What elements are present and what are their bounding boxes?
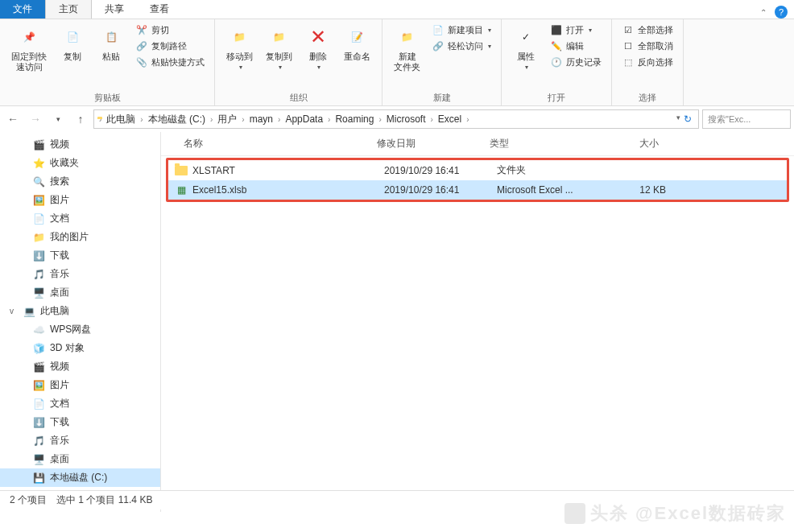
file-date: 2019/10/29 16:41 bbox=[384, 165, 497, 176]
back-button[interactable]: ← bbox=[3, 109, 23, 129]
file-type: Microsoft Excel ... bbox=[497, 184, 602, 196]
chevron-right-icon[interactable]: › bbox=[276, 115, 282, 124]
chevron-right-icon[interactable]: › bbox=[240, 115, 246, 124]
column-name[interactable]: 名称 bbox=[167, 137, 377, 151]
folder-icon: 📁 bbox=[32, 231, 45, 244]
sidebar-item[interactable]: 🎬视频 bbox=[0, 357, 160, 376]
copy-path-button[interactable]: 🔗复制路径 bbox=[132, 39, 208, 53]
file-list-header: 名称 修改日期 类型 大小 bbox=[161, 132, 794, 156]
sidebar-item[interactable]: 🖥️桌面 bbox=[0, 450, 160, 468]
column-date[interactable]: 修改日期 bbox=[377, 137, 490, 151]
paste-shortcut-button[interactable]: 📎粘贴快捷方式 bbox=[132, 55, 208, 69]
column-size[interactable]: 大小 bbox=[594, 137, 659, 151]
tab-share[interactable]: 共享 bbox=[92, 0, 137, 19]
sidebar-item-label: 音乐 bbox=[50, 267, 69, 281]
sidebar-item[interactable]: 📁我的图片 bbox=[0, 228, 160, 246]
select-all-button[interactable]: ☑全部选择 bbox=[618, 23, 676, 37]
sidebar-item[interactable]: 🖼️图片 bbox=[0, 191, 160, 209]
easy-access-button[interactable]: 🔗轻松访问▾ bbox=[428, 39, 494, 53]
help-icon[interactable]: ? bbox=[775, 6, 788, 19]
sidebar-item[interactable]: 🖼️图片 bbox=[0, 376, 160, 394]
dropdown-icon: ▾ bbox=[239, 64, 242, 71]
new-item-button[interactable]: 📄新建项目▾ bbox=[428, 23, 494, 37]
sidebar-item[interactable]: ⭐收藏夹 bbox=[0, 154, 160, 172]
file-row[interactable]: ▦ Excel15.xlsb 2019/10/29 16:41 Microsof… bbox=[168, 180, 787, 200]
image-icon: 🖼️ bbox=[32, 194, 45, 207]
ribbon: 📌 固定到快 速访问 📄 复制 📋 粘贴 ✂️剪切 🔗复制路径 📎粘贴快捷方式 … bbox=[0, 19, 794, 106]
ribbon-collapse-icon[interactable]: ⌃ bbox=[760, 8, 767, 17]
rename-button[interactable]: 📝重命名 bbox=[339, 23, 375, 64]
sidebar-item[interactable]: 🧊3D 对象 bbox=[0, 339, 160, 357]
selectnone-label: 全部取消 bbox=[638, 40, 673, 52]
open-button[interactable]: ⬛打开▾ bbox=[547, 23, 605, 37]
sidebar-item[interactable]: 🔍搜索 bbox=[0, 172, 160, 191]
tab-file[interactable]: 文件 bbox=[0, 0, 45, 19]
sidebar-item[interactable]: 🖥️桌面 bbox=[0, 283, 160, 302]
copyto-icon: 📁 bbox=[267, 24, 292, 50]
delete-button[interactable]: ✕删除▾ bbox=[300, 23, 336, 72]
copy-button[interactable]: 📄 复制 bbox=[55, 23, 90, 64]
breadcrumb-item[interactable]: 本地磁盘 (C:) bbox=[145, 113, 209, 126]
column-type[interactable]: 类型 bbox=[490, 137, 594, 151]
chevron-right-icon[interactable]: › bbox=[377, 115, 383, 124]
move-to-button[interactable]: 📁移动到▾ bbox=[221, 23, 258, 72]
3d-icon: 🧊 bbox=[32, 342, 45, 355]
breadcrumb-item[interactable]: Excel bbox=[435, 113, 465, 125]
pin-button[interactable]: 📌 固定到快 速访问 bbox=[6, 23, 52, 74]
sidebar-item[interactable]: 📄文档 bbox=[0, 394, 160, 413]
chevron-right-icon[interactable]: › bbox=[209, 115, 214, 124]
open-group-label: 打开 bbox=[548, 90, 565, 104]
chevron-right-icon[interactable]: › bbox=[139, 115, 144, 124]
copy-to-button[interactable]: 📁复制到▾ bbox=[261, 23, 297, 72]
sidebar-item-label: 本地磁盘 (C:) bbox=[50, 471, 107, 485]
breadcrumb-item[interactable]: Microsoft bbox=[383, 113, 429, 125]
select-none-button[interactable]: ☐全部取消 bbox=[618, 39, 676, 53]
sidebar-item[interactable]: 🎬视频 bbox=[0, 135, 160, 154]
music-icon: 🎵 bbox=[32, 435, 45, 447]
sidebar-item[interactable]: 💾本地磁盘 (C:) bbox=[0, 468, 160, 487]
recent-dropdown[interactable]: ▾ bbox=[48, 109, 68, 129]
cut-label: 剪切 bbox=[151, 24, 169, 36]
edit-button[interactable]: ✏️编辑 bbox=[547, 39, 605, 53]
sidebar-item-label: 音乐 bbox=[50, 434, 69, 447]
tab-view[interactable]: 查看 bbox=[137, 0, 182, 19]
sidebar-item[interactable]: ⬇️下载 bbox=[0, 413, 160, 431]
sidebar-item[interactable]: 🎵音乐 bbox=[0, 431, 160, 450]
sidebar-item-label: 我的图片 bbox=[50, 230, 89, 244]
up-button[interactable]: ↑ bbox=[71, 109, 90, 129]
sidebar: 🎬视频⭐收藏夹🔍搜索🖼️图片📄文档📁我的图片⬇️下载🎵音乐🖥️桌面v💻此电脑☁️… bbox=[0, 132, 161, 512]
refresh-icon[interactable]: ↻ bbox=[684, 113, 692, 125]
sidebar-item[interactable]: 📄文档 bbox=[0, 209, 160, 228]
invert-label: 反向选择 bbox=[638, 56, 673, 68]
pin-icon: 📌 bbox=[16, 24, 42, 50]
chevron-right-icon[interactable]: › bbox=[326, 115, 332, 124]
chevron-right-icon[interactable]: › bbox=[465, 115, 470, 124]
tab-home[interactable]: 主页 bbox=[45, 0, 92, 19]
paste-button[interactable]: 📋 粘贴 bbox=[93, 23, 129, 64]
breadcrumb-dropdown-icon[interactable]: ▾ bbox=[676, 113, 680, 125]
dropdown-icon: ▾ bbox=[525, 64, 528, 71]
new-folder-button[interactable]: 📁新建 文件夹 bbox=[389, 23, 425, 74]
breadcrumb-item[interactable]: mayn bbox=[246, 113, 276, 125]
breadcrumb[interactable]: › 此电脑› 本地磁盘 (C:)› 用户› mayn› AppData› Roa… bbox=[93, 109, 699, 129]
chevron-right-icon[interactable]: › bbox=[429, 115, 435, 124]
copyto-label: 复制到 bbox=[266, 52, 292, 62]
sidebar-item-label: 图片 bbox=[50, 378, 69, 392]
file-row[interactable]: XLSTART 2019/10/29 16:41 文件夹 bbox=[168, 160, 787, 180]
dropdown-icon: ▾ bbox=[589, 27, 592, 34]
sidebar-item[interactable]: ☁️WPS网盘 bbox=[0, 320, 160, 339]
expand-icon[interactable]: v bbox=[10, 307, 14, 315]
forward-button[interactable]: → bbox=[26, 109, 45, 129]
sidebar-item[interactable]: v💻此电脑 bbox=[0, 302, 160, 320]
properties-button[interactable]: ✓属性▾ bbox=[508, 23, 544, 72]
history-button[interactable]: 🕐历史记录 bbox=[547, 55, 605, 69]
invert-selection-button[interactable]: ⬚反向选择 bbox=[618, 55, 676, 69]
sidebar-item[interactable]: ⬇️下载 bbox=[0, 246, 160, 265]
breadcrumb-item[interactable]: 此电脑 bbox=[103, 113, 139, 126]
cut-button[interactable]: ✂️剪切 bbox=[132, 23, 208, 37]
search-input[interactable]: 搜索"Exc... bbox=[702, 109, 791, 129]
breadcrumb-item[interactable]: AppData bbox=[282, 113, 326, 125]
sidebar-item[interactable]: 🎵音乐 bbox=[0, 265, 160, 283]
breadcrumb-item[interactable]: Roaming bbox=[332, 113, 377, 125]
breadcrumb-item[interactable]: 用户 bbox=[214, 113, 240, 126]
